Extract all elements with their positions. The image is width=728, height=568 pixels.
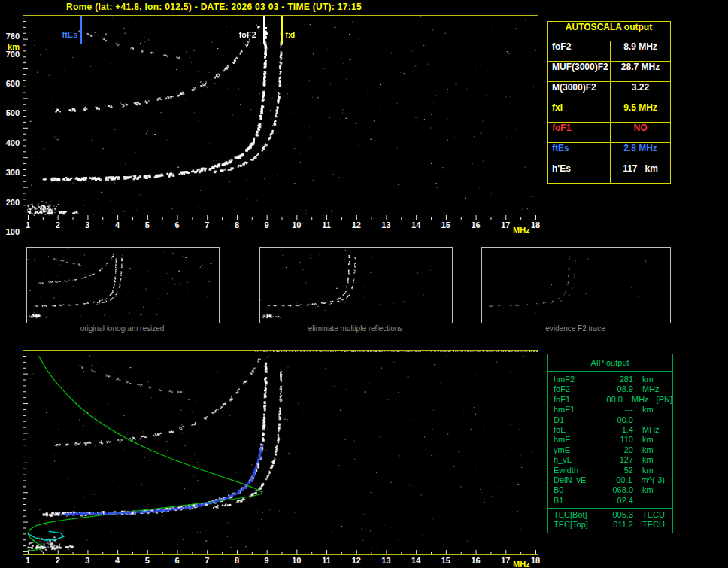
x-tick-label: 13 [379,556,393,565]
ionogram-plot-top: ftEsfoF2fxI [23,15,538,220]
autoscala-param-value: 117 km [611,163,670,183]
thumbnail-caption-2: eliminate multiple reflections [259,324,451,333]
autoscala-param-value: 28.7 MHz [611,62,670,81]
aip-param-label: TEC[Bot] [548,510,603,520]
ionogram-plot-bottom [23,350,538,555]
aip-param-unit: km [633,405,654,415]
aip-param-value: 20 [603,445,633,455]
x-tick-label: 16 [469,556,483,565]
aip-param-label: B0 [548,485,603,495]
autoscala-row: fxI9.5 MHz [548,102,670,122]
autoscala-row: h'Es117 km [548,163,670,183]
thumbnail-original-ionogram [26,247,220,323]
marker-label-fxI: fxI [285,30,296,39]
aip-param-unit: km [633,466,654,475]
x-tick-label: 4 [111,556,124,565]
x-tick-label: 18 [529,556,542,565]
x-tick-label: 15 [439,220,453,229]
aip-row: Ewidth52km [548,466,672,475]
y-tick-label: 200 [0,198,20,207]
x-tick-label: 9 [260,220,274,229]
aip-row: h_vE127km [548,455,672,465]
x-tick-label: 6 [171,556,184,565]
marker-line-ftEs [80,16,82,44]
thumbnail-canvas-1 [27,248,217,321]
aip-param-unit: km [633,375,654,384]
aip-param-value: 00.0 [603,415,633,425]
aip-param-value: 1.4 [603,425,633,435]
aip-param-label: DelN_vE [548,475,602,485]
aip-param-unit: TECU [633,520,665,530]
aip-row: foF100.0MHz[PN] [548,395,672,405]
x-tick-label: 7 [200,220,214,229]
marker-label-foF2: foF2 [238,30,257,39]
x-tick-label: 17 [499,220,512,229]
aip-param-label: D1 [548,415,603,425]
autoscala-row: foF28.9 MHz [548,41,670,61]
x-tick-label: 5 [141,556,154,565]
x-tick-label: 12 [350,220,363,229]
aip-row: B102.4 [548,496,672,506]
x-tick-label: 6 [171,220,184,229]
x-tick-label: 8 [230,220,244,229]
aip-param-unit: m^(-3) [632,475,665,485]
x-axis-unit-top: MHz [513,226,530,235]
y-axis-bottom: 760700600500400300200100km [0,350,21,555]
autoscala-param-value: 2.8 MHz [611,143,670,163]
aip-param-value: 02.4 [603,496,633,506]
x-tick-label: 1 [21,220,35,229]
x-tick-label: 12 [350,556,363,565]
aip-param-label: foF1 [548,395,596,405]
aip-row: TEC[Top]011.2TECU [548,520,672,530]
x-tick-label: 5 [141,220,154,229]
station-title: Rome (lat: +41.8, lon: 012.5) - DATE: 20… [66,2,362,12]
thumbnail-eliminate-reflections [259,247,453,323]
aip-param-unit: km [633,485,654,495]
x-tick-label: 8 [230,556,244,565]
aip-param-unit: MHz [633,425,660,435]
aip-row: foE1.4MHz [548,425,672,435]
aip-param-value: 08.9 [603,384,633,394]
x-tick-label: 18 [529,220,542,229]
x-tick-label: 3 [80,556,94,565]
aip-param-label: hmE [548,435,603,445]
x-tick-label: 3 [80,220,94,229]
aip-param-value: 281 [603,375,633,384]
x-tick-label: 1 [21,556,35,565]
aip-param-unit: km [633,435,654,445]
x-tick-label: 13 [379,220,393,229]
aip-param-unit [633,415,642,425]
aip-param-unit [633,496,642,506]
aip-param-value: 52 [603,466,633,475]
autoscala-header: AUTOSCALA output [548,22,670,41]
autoscala-row: M(3000)F23.22 [548,81,670,102]
x-tick-label: 2 [51,220,65,229]
aip-param-value: 068.0 [603,485,633,495]
aip-param-unit: MHz [623,395,649,405]
thumbnail-canvas-3 [482,248,669,321]
autoscala-row: MUF(3000)F228.7 MHz [548,61,670,81]
thumbnail-evidence-f2 [481,247,671,323]
autoscala-param-label: M(3000)F2 [548,82,611,102]
aip-row: B0068.0km [548,485,672,495]
autoscala-param-value: 8.9 MHz [611,41,670,61]
autoscala-param-label: foF1 [548,123,611,142]
y-tick-label: 400 [0,138,20,147]
aip-tec-rows: TEC[Bot]005.3TECUTEC[Top]011.2TECU [548,508,672,533]
aip-row: foF208.9MHz [548,384,672,394]
ionogram-canvas-top [23,16,538,220]
marker-line-foF2 [263,16,265,44]
aip-rows: hmF2281kmfoF208.9MHzfoF100.0MHz[PN]hmF1-… [548,372,672,508]
marker-line-fxI [281,16,283,44]
aip-param-label: foF2 [548,384,603,394]
x-tick-label: 10 [290,220,303,229]
x-tick-label: 16 [469,220,483,229]
autoscala-row: foF1NO [548,122,670,142]
x-tick-label: 2 [51,556,65,565]
x-tick-label: 11 [320,556,333,565]
aip-param-label: TEC[Top] [548,520,603,530]
autoscala-param-label: ftEs [548,143,611,163]
y-tick-label: 760 [0,32,20,41]
aip-param-unit: TECU [633,510,665,520]
autoscala-param-value: NO [611,123,670,142]
